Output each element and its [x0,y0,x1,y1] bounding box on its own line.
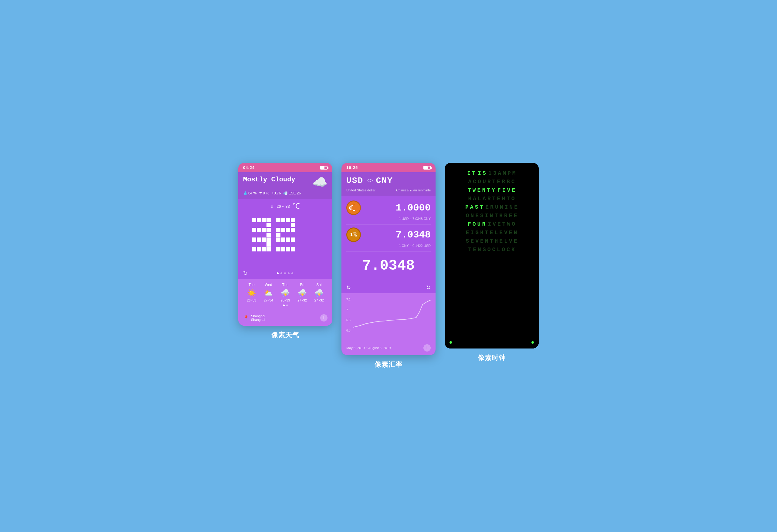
clock-letter: K [512,247,515,253]
svg-rect-28 [276,233,281,237]
chart-y-mid: 7 [346,308,351,312]
clock-letter: V [507,187,511,193]
divider-1 [346,224,431,225]
chart-y-max: 7.2 [346,298,351,301]
currency-refresh-button[interactable]: ↻ [346,284,351,291]
clock-letter: E [499,238,503,244]
forecast-thu: Thu ⛈️ 28~33 [277,283,294,302]
clock-letter: N [485,238,489,244]
clock-row-9: T E N S O C L O C K [449,247,534,253]
svg-rect-16 [257,247,261,251]
refresh-button[interactable]: ↻ [243,270,248,277]
clock-app-wrapper: I T I S 1 3 A M P M [445,163,539,363]
date-range-text: May 5, 2019 ~ August 5, 2019 [346,346,391,350]
clock-letter: W [507,221,511,227]
clock-letter: H [502,195,506,202]
forecast-fri: Fri ⛈️ 27~32 [294,283,311,302]
currency-info-button[interactable]: i [423,344,431,352]
clock-row-7: E I G H T E L E V E N [449,230,534,236]
clock-letter: A [498,170,502,176]
clock-dot-left [449,341,452,344]
weather-bottom-controls: ↻ [238,268,332,279]
svg-rect-0 [252,218,256,222]
weather-title: Mostly Cloudy [243,176,295,183]
rain-item: ☂ 0 % [259,191,269,195]
svg-rect-5 [252,228,256,232]
drop-icon: 💧 [243,191,248,195]
clock-letter: C [473,179,477,185]
clock-letter: E [473,247,477,253]
clock-letter: E [509,213,513,219]
svg-rect-1 [257,218,261,222]
clock-letter: V [475,238,479,244]
currency-pair: USD <> CNY [346,176,393,185]
clock-letter: U [482,179,486,185]
svg-rect-32 [291,238,295,242]
svg-rect-17 [262,247,266,251]
usd-value: 1.0000 [364,202,431,214]
forecast-page-dots [243,304,328,306]
forecast-days-row: Tue ☀️ 26~33 Wed ⛅ 27~34 Thu ⛈️ 28~3 [243,283,328,302]
clock-letter: S [475,204,479,210]
currency-names: United States dollar Chinese/Yuan renmin… [341,188,436,195]
to-currency-name: Chinese/Yuan renminbi [396,188,431,192]
svg-rect-30 [281,238,285,242]
clock-letter: I [478,170,482,176]
chart-y-min: 6.8 [346,329,351,332]
info-button[interactable]: i [320,314,328,321]
location-pin-icon: 📍 [243,315,249,321]
forecast-tue: Tue ☀️ 26~33 [243,283,260,302]
clock-letter: E [477,187,481,193]
clock-letter: A [482,195,486,202]
usd-rate-text: 1 USD = 7.0348 CNY [346,217,431,221]
currency-controls: ↻ ↻ [341,282,436,293]
currency-app-label: 像素汇率 [374,360,403,369]
clock-app-label: 像素时钟 [478,353,506,363]
clock-letter: E [512,187,516,193]
from-currency-name: United States dollar [346,188,375,192]
currency-info-refresh[interactable]: ↻ [426,284,431,291]
clock-letter: U [477,221,481,227]
apps-row: 04:24 Mostly Cloudy ☁️ 💧 64 % [238,163,539,369]
clock-letter: 1 [488,170,492,176]
clock-letter: A [468,179,472,185]
clock-letter: T [468,247,472,253]
currency-battery-fill [424,166,428,169]
chart-y-axis: 7.2 7 6.8 6.8 [346,297,351,333]
wind-direction-item: 💨 ESE 26 [283,191,301,195]
clock-letter: S [480,213,484,219]
pixel-temperature [243,211,328,265]
clock-letter: R [504,213,508,219]
clock-letter: E [490,230,494,236]
cny-coin-icon: 1元 [346,228,361,242]
clock-letter: T [502,221,506,227]
weather-status-bar: 04:24 [238,163,332,172]
forecast-dot-1 [283,304,285,306]
main-container: 04:24 Mostly Cloudy ☁️ 💧 64 % [238,163,539,369]
clock-letter: C [507,247,511,253]
clock-letter: E [509,230,513,236]
weather-phone: 04:24 Mostly Cloudy ☁️ 💧 64 % [238,163,332,326]
clock-letter: A [470,204,474,210]
svg-rect-29 [276,238,281,242]
clock-letter: V [504,230,508,236]
clock-letter: T [487,187,491,193]
chart-svg-area [353,297,431,335]
clock-letter: H [468,195,472,202]
page-dots [277,272,293,274]
clock-letter: O [466,213,470,219]
currency-footer: May 5, 2019 ~ August 5, 2019 i [341,342,436,355]
chart-container: 7.2 7 6.8 6.8 [346,297,431,335]
clock-letter: E [514,238,518,244]
weather-app-label: 像素天气 [271,330,299,340]
svg-rect-26 [286,228,290,232]
exchange-arrows-icon: <> [366,177,373,184]
clock-letter: L [478,195,482,202]
currency-app-wrapper: 16:25 USD <> CNY [341,163,436,369]
svg-rect-45 [354,210,355,211]
cny-value: 7.0348 [364,229,431,241]
to-currency: CNY [376,176,393,185]
clock-letter: N [470,213,474,219]
svg-rect-15 [252,247,256,251]
clock-letter: I [505,204,509,210]
